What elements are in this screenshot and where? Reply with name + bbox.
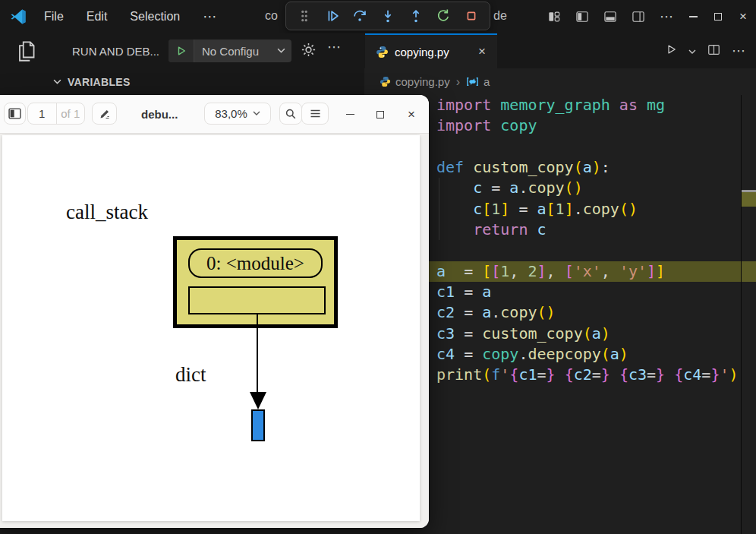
code-token: } [656,365,665,384]
toggle-sidebar-right-icon[interactable] [630,8,647,25]
code-line[interactable]: import memory_graph as mg [429,95,742,115]
code-token: f [491,365,500,384]
code-token: = [509,200,537,218]
menu-more-icon[interactable]: ⋯ [203,8,216,25]
customize-layout-icon[interactable] [546,8,562,25]
code-token: ) [592,158,601,176]
toggle-sidebar-left-icon[interactable] [574,8,591,25]
code-token: a [610,345,619,363]
minimize-button[interactable] [686,8,700,25]
code-token: copy [482,345,518,363]
maximize-button[interactable] [711,8,725,25]
code-token: ) [601,324,610,343]
menu-edit[interactable]: Edit [87,10,108,24]
run-panel-more-icon[interactable]: ⋯ [327,39,341,55]
launch-config-dropdown[interactable]: No Configu [169,39,291,62]
code-token: import [436,116,500,134]
code-token: } [710,365,720,384]
maximize-icon [376,111,384,118]
code-line[interactable]: import copy [429,115,742,136]
code-token: a [482,303,491,321]
code-token: a [482,283,491,301]
debug-step-over-icon[interactable] [348,5,371,27]
viewer-title: debu... [141,95,178,134]
code-line[interactable]: c3 = custom_copy(a) [429,324,742,344]
code-line[interactable]: print(f'{c1=} {c2=} {c3=} {c4=}') [429,365,742,385]
page-number-input[interactable]: 1 [28,103,57,124]
code-token: = [482,179,509,197]
document-page[interactable]: call_stack 0: <module> dict [2,135,420,521]
viewer-document-area[interactable]: call_stack 0: <module> dict [0,134,429,528]
viewer-minimize-button[interactable] [342,95,358,134]
code-line[interactable]: c1 = a [429,282,742,302]
code-token: 1 [491,200,500,218]
debug-toolbar [285,2,490,30]
indent-guide [439,178,439,240]
code-line[interactable]: def custom_copy(a): [429,157,742,178]
code-line[interactable] [429,137,742,157]
tab-bar: copying.py × [364,33,756,68]
debug-step-out-icon[interactable] [405,5,427,27]
menu-selection[interactable]: Selection [130,10,180,24]
code-token: [ [482,200,491,218]
code-line[interactable] [429,240,742,261]
code-token: ( [574,158,583,176]
code-token: } [547,365,556,384]
debug-restart-icon[interactable] [432,5,455,27]
code-token: c4 [683,365,701,384]
toggle-panel-icon[interactable] [602,8,619,25]
code-token: ( [601,345,610,363]
launch-config-label: No Configu [194,45,277,58]
code-line[interactable]: c4 = copy.deepcopy(a) [429,344,742,365]
variables-section-header[interactable]: VARIABLES [53,68,131,95]
code-line[interactable]: c2 = a.copy() [429,302,742,323]
drag-gripper-icon[interactable] [293,5,316,27]
explorer-files-icon[interactable] [14,38,39,64]
search-button[interactable] [279,103,302,125]
gear-icon[interactable] [301,42,317,61]
annotate-button[interactable] [92,103,117,125]
python-logo-icon [380,76,391,87]
code-line[interactable]: c = a.copy() [429,178,742,198]
viewer-close-button[interactable]: × [404,95,419,134]
start-debug-play-icon[interactable] [169,39,194,62]
code-token: as [619,96,647,114]
code-token: ] [565,200,574,218]
run-python-file-icon[interactable] [664,43,678,59]
zoom-level-value: 83,0% [215,107,247,120]
menu-file[interactable]: File [44,10,64,24]
debug-step-into-icon[interactable] [376,5,399,27]
page-number-control[interactable]: 1 of 1 [27,103,85,125]
debug-continue-icon[interactable] [321,5,344,27]
code-line[interactable]: return c [429,220,742,240]
code-token: a [583,158,592,176]
code-line[interactable]: c[1] = a[1].copy() [429,199,742,220]
menu-bar: File Edit Selection ⋯ [44,0,216,33]
code-token: 'x' [574,262,601,280]
tab-close-icon[interactable]: × [474,44,490,59]
titlebar-more-icon[interactable]: ⋯ [658,8,675,25]
code-token: ) [619,345,628,363]
call-stack-label: call_stack [66,201,148,224]
code-editor[interactable]: import memory_graph as mgimport copy def… [429,95,742,534]
code-line-current[interactable]: a = [[1, 2], ['x', 'y']] [429,261,742,282]
menu-button[interactable] [301,103,329,125]
run-dropdown-chevron-icon[interactable] [688,44,696,58]
minimize-icon [689,16,698,17]
tab-copying-py[interactable]: copying.py × [365,33,497,68]
breadcrumb-symbol[interactable]: a [484,75,490,88]
close-button[interactable]: × [736,8,750,25]
viewer-maximize-button[interactable] [373,95,388,134]
editor-more-icon[interactable]: ⋯ [732,43,745,59]
code-token: c2 [574,365,592,384]
breadcrumb: copying.py › a [364,68,756,95]
sidebar-toggle-button[interactable] [4,103,26,125]
frame-empty-cell [188,286,326,314]
debug-stop-icon[interactable] [460,5,483,27]
breadcrumb-file[interactable]: copying.py [395,75,450,88]
code-token: = [455,283,482,301]
zoom-level-dropdown[interactable]: 83,0% [204,103,271,125]
split-editor-icon[interactable] [707,43,721,60]
code-token: copy [500,303,537,321]
code-token: memory_graph [500,96,619,114]
